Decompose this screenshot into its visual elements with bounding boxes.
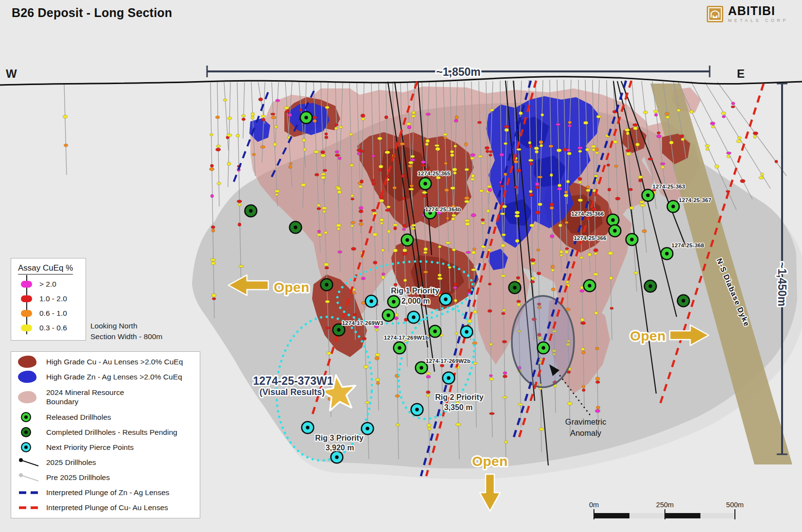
- assay-dot: [727, 152, 732, 154]
- assay-dot: [451, 154, 454, 157]
- assay-dot: [378, 137, 383, 140]
- assay-dot: [217, 182, 221, 185]
- assay-dot: [251, 113, 255, 116]
- assay-dot: [375, 357, 379, 360]
- assay-dot: [425, 143, 429, 146]
- assay-dot: [740, 179, 745, 183]
- completed-drillhole-marker: [645, 280, 657, 292]
- assay-dot: [661, 166, 664, 169]
- pierce-point-marker: [302, 422, 314, 434]
- hole-label-269w2b: 1274-17-269W2b: [426, 358, 471, 364]
- logo-brand-text: ABITIBI: [728, 5, 788, 17]
- assay-dot: [657, 132, 661, 134]
- assay-legend-item: > 2.0: [11, 277, 86, 292]
- assay-dot: [336, 224, 341, 227]
- assay-dot: [540, 144, 543, 147]
- released-drillhole-marker: [609, 225, 621, 237]
- assay-dot: [452, 168, 457, 172]
- legend-item-pierce-points: Next Priority Pierce Points: [11, 440, 200, 455]
- assay-dot: [485, 147, 489, 150]
- assay-dot: [565, 247, 569, 250]
- assay-dot: [63, 115, 68, 119]
- legend-item-released: Released Drillholes: [11, 410, 200, 425]
- rig2-priority-label: Rig 2 Priority: [435, 393, 484, 401]
- assay-dot: [445, 189, 449, 191]
- assay-dot: [614, 165, 618, 168]
- assay-dot: [489, 412, 495, 415]
- assay-dot: [426, 395, 430, 397]
- assay-dot: [470, 154, 475, 156]
- rig1-priority-meters: 2,000 m: [401, 297, 430, 305]
- assay-dot: [289, 162, 292, 165]
- assay-dot: [472, 342, 477, 344]
- assay-dot: [276, 99, 280, 102]
- long-section-figure: B26 Deposit - Long Section ABITIBI METAL…: [0, 0, 802, 532]
- released-drillhole-marker: [394, 342, 406, 354]
- hole-label-368: 1274-25-368: [671, 242, 704, 248]
- assay-dot: [625, 128, 630, 132]
- assay-dot: [557, 188, 561, 190]
- released-drillhole-marker: [300, 112, 313, 124]
- assay-dot: [639, 201, 644, 203]
- assay-dot: [402, 224, 406, 228]
- assay-dot: [352, 292, 356, 294]
- released-drillhole-marker: [538, 342, 550, 354]
- assay-dot: [479, 189, 483, 192]
- assay-dot: [558, 224, 562, 227]
- assay-dot: [489, 343, 493, 345]
- assay-dot: [426, 113, 431, 116]
- assay-dot: [322, 207, 327, 210]
- assay-dot: [317, 230, 320, 233]
- assay-dot: [473, 310, 477, 313]
- assay-dot: [727, 155, 730, 158]
- assay-dot: [436, 176, 440, 179]
- assay-dot: [736, 140, 741, 143]
- assay-dot: [448, 266, 451, 269]
- assay-dot: [64, 144, 68, 147]
- assay-dot: [711, 126, 715, 128]
- assay-dot: [608, 188, 611, 191]
- assay-dot: [731, 106, 735, 108]
- assay-dot: [212, 293, 216, 297]
- assay-dot: [654, 114, 658, 117]
- assay-dot: [361, 150, 365, 153]
- assay-dot: [531, 277, 535, 280]
- assay-dot: [327, 352, 331, 355]
- assay-dot: [262, 118, 265, 121]
- pierce-point-marker: [461, 326, 473, 338]
- assay-dot: [582, 351, 585, 354]
- assay-dot: [359, 210, 363, 213]
- assay-dot: [359, 220, 363, 222]
- cu-au-lens-icon: [18, 356, 46, 368]
- assay-dot: [586, 189, 591, 192]
- assay-dot: [407, 122, 411, 125]
- assay-dot: [423, 271, 428, 274]
- assay-dot: [271, 113, 275, 116]
- assay-dot: [386, 206, 390, 208]
- cu-plunge-icon: [18, 505, 46, 510]
- assay-dot: [361, 114, 365, 118]
- assay-dot: [210, 134, 213, 136]
- assay-dot: [394, 283, 397, 286]
- assay-dot: [481, 222, 485, 224]
- assay-dot: [609, 276, 612, 280]
- assay-dot: [580, 290, 584, 292]
- assay-dot: [535, 186, 539, 189]
- height-dimension-label: ~1,450m: [776, 262, 788, 306]
- assay-dot: [481, 219, 485, 221]
- legend-item-cu-plunge: Interpreted Plunge of Cu- Au Lenses: [11, 500, 200, 515]
- east-label: E: [737, 67, 745, 80]
- assay-dot: [591, 145, 596, 148]
- assay-dot: [566, 180, 570, 183]
- scale-500m-label: 500m: [726, 501, 744, 509]
- assay-dot: [379, 169, 382, 172]
- hole-label-367: 1274-25-367: [679, 197, 711, 203]
- assay-dot: [586, 186, 590, 189]
- assay-dot: [535, 211, 540, 214]
- assay-dot: [216, 148, 221, 151]
- assay-dot: [489, 151, 493, 153]
- assay-dot: [395, 313, 398, 317]
- assay-dot: [237, 200, 242, 203]
- assay-dot: [238, 223, 241, 226]
- assay-dot: [212, 298, 216, 300]
